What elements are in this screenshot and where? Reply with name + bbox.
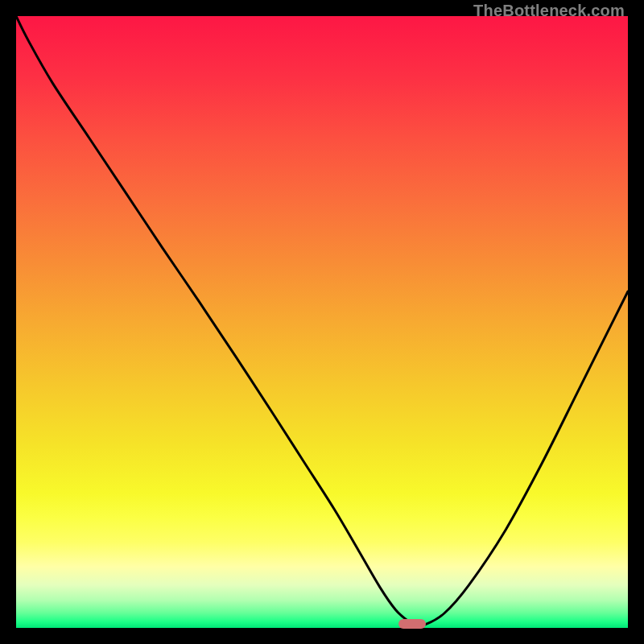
chart-stage: TheBottleneck.com — [0, 0, 644, 644]
trough-marker — [398, 619, 426, 629]
plot-area — [16, 16, 628, 628]
bottleneck-curve — [16, 16, 628, 628]
